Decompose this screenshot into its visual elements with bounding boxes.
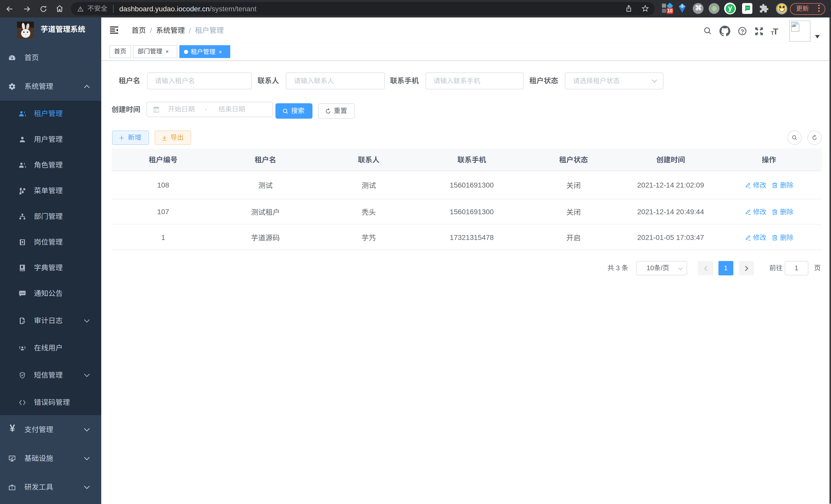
svg-text:T: T bbox=[771, 30, 774, 35]
